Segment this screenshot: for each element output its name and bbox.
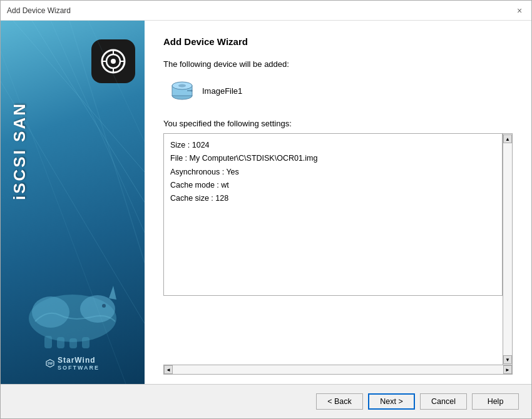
settings-line-2: File : My Computer\C\STDISK\OCR01.img bbox=[170, 152, 496, 165]
scroll-up-arrow[interactable]: ▲ bbox=[503, 134, 512, 143]
cancel-button[interactable]: Cancel bbox=[420, 393, 467, 410]
device-icon bbox=[170, 78, 195, 103]
svg-rect-19 bbox=[69, 338, 77, 348]
sidebar-title: iSCSI SAN bbox=[10, 102, 29, 200]
close-button[interactable]: × bbox=[514, 5, 525, 16]
svg-rect-21 bbox=[44, 336, 52, 348]
brand-name: StarWind bbox=[58, 356, 100, 365]
sidebar-top: iSCSI SAN bbox=[10, 33, 135, 200]
scroll-left-arrow[interactable]: ◄ bbox=[164, 365, 173, 374]
content-area: iSCSI SAN bbox=[1, 21, 531, 384]
settings-line-1: Size : 1024 bbox=[170, 139, 496, 152]
svg-point-15 bbox=[32, 296, 69, 328]
settings-box[interactable]: Size : 1024 File : My Computer\C\STDISK\… bbox=[163, 133, 503, 296]
settings-line-4: Cache mode : wt bbox=[170, 179, 496, 192]
sidebar-rhino bbox=[10, 200, 135, 356]
svg-point-28 bbox=[178, 84, 186, 88]
svg-point-9 bbox=[111, 59, 116, 64]
add-device-wizard-dialog: Add Device Wizard × bbox=[0, 0, 532, 419]
device-row: ImageFile1 bbox=[170, 78, 513, 103]
bottom-bar: < Back Next > Cancel Help bbox=[1, 384, 531, 418]
scroll-right-arrow[interactable]: ► bbox=[503, 365, 512, 374]
title-bar: Add Device Wizard × bbox=[1, 1, 531, 21]
title-bar-text: Add Device Wizard bbox=[7, 6, 71, 15]
svg-point-30 bbox=[191, 90, 193, 92]
sidebar-brand: SW StarWind SOFTWARE bbox=[46, 356, 100, 371]
settings-line-5: Cache size : 128 bbox=[170, 192, 496, 205]
device-name: ImageFile1 bbox=[202, 86, 242, 96]
vertical-scrollbar[interactable]: ▲ ▼ bbox=[503, 133, 513, 365]
svg-text:SW: SW bbox=[48, 361, 53, 365]
svg-marker-17 bbox=[109, 286, 116, 300]
settings-line-3: Asynchronous : Yes bbox=[170, 166, 496, 179]
starwind-icon bbox=[91, 39, 135, 83]
horizontal-scrollbar[interactable]: ◄ ► bbox=[163, 365, 513, 375]
svg-rect-20 bbox=[82, 337, 90, 348]
scroll-down-arrow[interactable]: ▼ bbox=[503, 355, 512, 364]
next-button[interactable]: Next > bbox=[368, 393, 415, 410]
svg-point-22 bbox=[102, 304, 106, 308]
help-button[interactable]: Help bbox=[472, 393, 519, 410]
wizard-title: Add Device Wizard bbox=[163, 36, 513, 47]
svg-rect-18 bbox=[57, 337, 64, 348]
sidebar: iSCSI SAN bbox=[1, 21, 145, 384]
device-added-label: The following device will be added: bbox=[163, 59, 513, 69]
right-panel: Add Device Wizard The following device w… bbox=[145, 21, 531, 384]
back-button[interactable]: < Back bbox=[316, 393, 363, 410]
settings-label: You specified the following settings: bbox=[163, 119, 513, 128]
brand-sub: SOFTWARE bbox=[58, 365, 100, 371]
